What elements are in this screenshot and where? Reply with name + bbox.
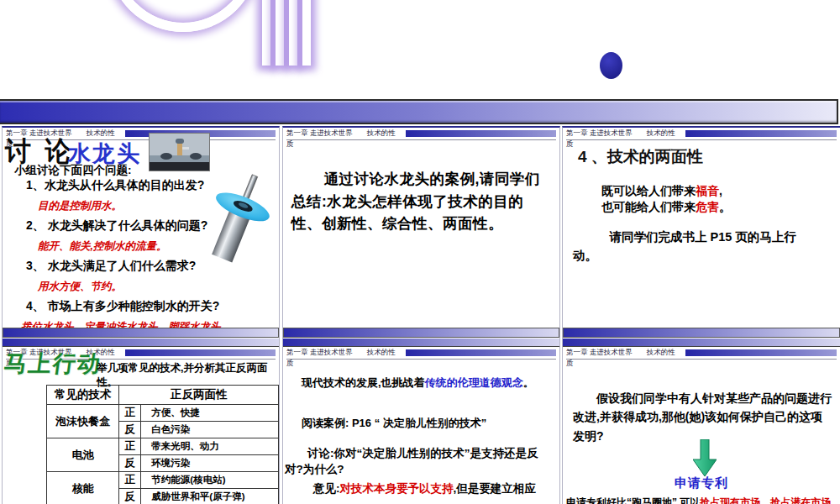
reading-case-line: 阅读案例: P16 “ 决定胎儿性别的技术” xyxy=(302,416,486,431)
action-title: 马上行动 xyxy=(2,349,103,379)
slide-thumbnail-2[interactable]: 第一章 走进技术世界 技术的性 质 通过讨论水龙头的案例,请同学们总结:水龙头怎… xyxy=(282,126,560,339)
cons-cell: 威胁世界和平(原子弹) xyxy=(141,489,279,504)
intro-text: 小组讨论下面四个问题: xyxy=(14,163,132,178)
question-4: 4、 市场上有多少种能控制水的开关? xyxy=(3,299,279,314)
cons-cell: 白色污染 xyxy=(141,422,279,438)
slide-top-bar xyxy=(3,339,279,347)
slide-header: 第一章 走进技术世界 技术的性 质 xyxy=(563,347,840,367)
gradient-title-bar xyxy=(0,99,838,124)
header-bar xyxy=(125,349,276,356)
two-sides-lines: 既可以给人们带来福音, 也可能给人们带来危害。 xyxy=(601,183,731,215)
ethics-line: 现代技术的发展,也挑战着传统的伦理道德观念。 xyxy=(302,375,534,391)
slide-footer-bar xyxy=(283,328,559,338)
slide-thumbnail-4[interactable]: 第一章 走进技术世界 技术的性 质 马上行动 举几项常见的技术,并分析其正反两面… xyxy=(2,339,280,504)
summary-prompt: 通过讨论水龙头的案例,请同学们总结:水龙头怎样体现了技术的目的性、创新性、综合性… xyxy=(291,168,553,235)
highlight-blue: 传统的伦理道德观念 xyxy=(425,376,523,389)
tech-cell: 核能 xyxy=(47,472,119,504)
slide-thumbnail-1[interactable]: 第一章 走进技术世界 技术的性 质 讨 论 水龙头 小组讨论下面四个问题: 1、… xyxy=(2,126,280,339)
cons-cell: 环境污染 xyxy=(141,455,279,472)
faucet-icon xyxy=(207,166,277,277)
slide-top-bar xyxy=(283,339,559,347)
slide-footer-bar xyxy=(563,328,840,338)
section-title: 4 、技术的两面性 xyxy=(578,146,703,168)
tech-cell: 泡沫快餐盒 xyxy=(47,405,119,438)
slide-footer-bar xyxy=(3,328,279,338)
pros-cons-table: 常见的技术 正反两面性 泡沫快餐盒 正 方便、快捷 反 白色污染 电池 正 带来… xyxy=(46,385,279,504)
header-bar xyxy=(685,130,837,137)
column-header: 常见的技术 xyxy=(47,386,119,405)
slide-header: 第一章 走进技术世界 技术的性 质 xyxy=(283,128,559,148)
tech-cell: 电池 xyxy=(47,438,119,472)
ring-decoration xyxy=(108,0,259,32)
slide-thumbnail-6[interactable]: 第一章 走进技术世界 技术的性 质 假设我们同学中有人针对某些产品的问题进行改进… xyxy=(562,339,840,504)
stripes-decoration xyxy=(262,0,311,66)
invention-question: 假设我们同学中有人针对某些产品的问题进行改进,并获得成功,那他(她)该如何保护自… xyxy=(573,389,832,445)
pros-cell: 节约能源(核电站) xyxy=(141,472,279,489)
opinion-line: 意见:对技术本身要予以支持,但是要建立相应 xyxy=(313,481,536,496)
pros-cell: 带来光明、动力 xyxy=(141,438,279,455)
header-bar xyxy=(406,130,556,137)
answer-3: 用水方便、节约。 xyxy=(3,280,279,294)
clipped-note-line: 申请专利好比“跑马圈地”,可以抢占现有市场、抢占潜在市场 xyxy=(566,496,831,504)
patent-answer: 申请专利 xyxy=(563,475,840,491)
slide-top-bar xyxy=(563,339,840,347)
highlight-red: 对技术本身要予以支持 xyxy=(340,482,454,495)
discussion-question: 讨论:你对“决定胎儿性别的技术”是支持还是反对?为什么? xyxy=(285,446,555,478)
slide-thumbnail-5[interactable]: 第一章 走进技术世界 技术的性 质 现代技术的发展,也挑战着传统的伦理道德观念。… xyxy=(282,339,560,504)
pros-cell: 方便、快捷 xyxy=(141,405,279,422)
faucet-photo xyxy=(149,133,210,171)
down-arrow-icon xyxy=(693,439,717,476)
header-bar xyxy=(406,349,556,356)
slide-thumbnail-3[interactable]: 第一章 走进技术世界 技术的性 质 4 、技术的两面性 既可以给人们带来福音, … xyxy=(562,126,840,339)
header-bar xyxy=(685,349,837,356)
slide-header: 第一章 走进技术世界 技术的性 质 xyxy=(283,347,559,367)
handout-page: 第一章 走进技术世界 技术的性 质 讨 论 水龙头 小组讨论下面四个问题: 1、… xyxy=(0,0,840,504)
highlight-red: 危害 xyxy=(696,200,719,213)
slide-header: 第一章 走进技术世界 技术的性 质 xyxy=(563,128,840,148)
dot-decoration xyxy=(600,52,622,79)
column-header: 正反两面性 xyxy=(119,386,279,405)
task-paragraph: 请同学们完成书上 P15 页的马上行动。 xyxy=(573,228,813,265)
highlight-red: 福音 xyxy=(696,184,719,197)
